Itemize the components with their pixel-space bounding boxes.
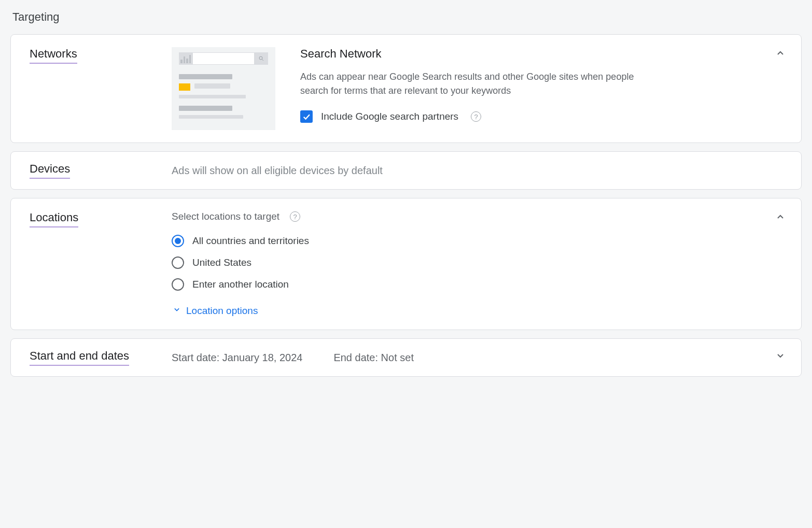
location-option-another[interactable]: Enter another location <box>172 278 782 291</box>
start-date-summary: Start date: January 18, 2024 <box>172 352 302 364</box>
chevron-up-icon <box>774 52 787 61</box>
search-results-illustration <box>172 47 275 130</box>
targeting-heading: Targeting <box>12 10 802 24</box>
networks-collapse-toggle[interactable] <box>774 47 787 62</box>
end-date-summary: End date: Not set <box>333 352 414 364</box>
radio-icon <box>172 235 184 247</box>
dates-card[interactable]: Start and end dates Start date: January … <box>10 338 802 377</box>
radio-icon <box>172 278 184 291</box>
help-icon[interactable]: ? <box>471 111 481 122</box>
svg-point-0 <box>259 56 262 60</box>
start-date-prefix: Start date: <box>172 352 222 363</box>
include-search-partners-label: Include Google search partners <box>321 111 458 122</box>
search-network-description: Ads can appear near Google Search result… <box>300 70 637 98</box>
location-option-us[interactable]: United States <box>172 256 782 269</box>
locations-label: Locations <box>30 211 78 227</box>
svg-line-1 <box>262 60 264 61</box>
devices-summary: Ads will show on all eligible devices by… <box>172 165 383 177</box>
help-icon[interactable]: ? <box>290 211 300 222</box>
end-date-prefix: End date: <box>333 352 381 363</box>
locations-card: Locations Select locations to target ? A… <box>10 198 802 330</box>
locations-collapse-toggle[interactable] <box>774 211 787 225</box>
networks-card: Networks <box>10 34 802 143</box>
dates-expand-toggle[interactable] <box>774 349 787 364</box>
location-option-label: Enter another location <box>192 279 289 290</box>
include-search-partners-checkbox[interactable] <box>300 110 313 123</box>
locations-header-text: Select locations to target <box>172 211 279 222</box>
radio-icon <box>172 256 184 269</box>
chevron-down-icon <box>774 354 787 363</box>
start-date-value: January 18, 2024 <box>222 352 303 363</box>
networks-label: Networks <box>30 47 77 64</box>
location-options-toggle[interactable]: Location options <box>172 304 782 317</box>
devices-label: Devices <box>30 162 70 179</box>
end-date-value: Not set <box>381 352 414 363</box>
search-network-title: Search Network <box>300 47 782 61</box>
chevron-down-icon <box>172 304 182 317</box>
location-option-label: United States <box>192 257 251 268</box>
dates-label: Start and end dates <box>30 349 129 366</box>
location-options-toggle-label: Location options <box>186 305 258 317</box>
chevron-up-icon <box>774 216 787 225</box>
location-option-all[interactable]: All countries and territories <box>172 235 782 247</box>
devices-card[interactable]: Devices Ads will show on all eligible de… <box>10 151 802 190</box>
location-option-label: All countries and territories <box>192 235 309 247</box>
